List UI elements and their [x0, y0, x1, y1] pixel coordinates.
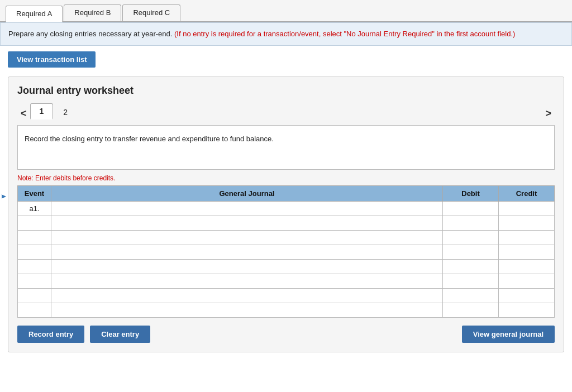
description-box: Record the closing entry to transfer rev…	[17, 125, 555, 170]
journal-input-0[interactable]	[51, 202, 442, 216]
table-row: ► ► ►	[18, 230, 555, 245]
next-tab-button[interactable]: >	[542, 108, 555, 119]
credit-input-0[interactable]	[499, 202, 554, 216]
journal-cell-6[interactable]: ►	[51, 288, 443, 303]
journal-input-1[interactable]	[51, 216, 442, 230]
credit-cell-3[interactable]: ►	[499, 245, 555, 259]
debit-input-5[interactable]	[443, 274, 498, 288]
journal-cell-0[interactable]: ►	[51, 201, 443, 216]
credit-input-6[interactable]	[499, 289, 554, 303]
table-row: ► ► ►	[18, 245, 555, 259]
debit-cell-2[interactable]: ►	[443, 230, 499, 245]
credit-cell-7[interactable]: ►	[499, 303, 555, 317]
inner-tab-1[interactable]: 1	[30, 103, 54, 119]
inner-tab-2[interactable]: 2	[54, 105, 77, 119]
event-cell-4	[18, 259, 51, 274]
journal-input-2[interactable]	[51, 231, 442, 245]
col-header-credit: Credit	[499, 185, 555, 201]
instruction-banner: Prepare any closing entries necessary at…	[0, 22, 572, 46]
credit-cell-0[interactable]: ►	[499, 201, 555, 216]
event-cell-0: a1.	[18, 201, 51, 216]
debit-cell-0[interactable]: ►	[443, 201, 499, 216]
table-row: a1. ► ► ►	[18, 201, 555, 216]
col-header-journal: General Journal	[51, 185, 443, 201]
journal-input-3[interactable]	[51, 245, 442, 259]
worksheet-title: Journal entry worksheet	[17, 85, 555, 97]
debit-input-3[interactable]	[443, 245, 498, 259]
inner-tabs-row: < 1 2 >	[17, 103, 555, 119]
col-header-debit: Debit	[443, 185, 499, 201]
bottom-buttons: Record entry Clear entry View general jo…	[17, 326, 555, 343]
record-entry-button[interactable]: Record entry	[17, 326, 84, 343]
instruction-main-text: Prepare any closing entries necessary at…	[8, 30, 174, 38]
instruction-red-text: (If no entry is required for a transacti…	[174, 30, 515, 38]
journal-input-5[interactable]	[51, 274, 442, 288]
view-transaction-button[interactable]: View transaction list	[8, 51, 96, 68]
main-tabs: Required A Required B Required C	[0, 0, 572, 22]
journal-cell-5[interactable]: ►	[51, 274, 443, 288]
table-row: ► ► ►	[18, 259, 555, 274]
event-cell-1	[18, 216, 51, 230]
description-text: Record the closing entry to transfer rev…	[25, 135, 274, 143]
journal-input-6[interactable]	[51, 289, 442, 303]
event-cell-5	[18, 274, 51, 288]
table-row: ► ► ►	[18, 274, 555, 288]
credit-cell-1[interactable]: ►	[499, 216, 555, 230]
note-text: Note: Enter debits before credits.	[17, 174, 555, 182]
debit-input-2[interactable]	[443, 231, 498, 245]
credit-cell-6[interactable]: ►	[499, 288, 555, 303]
debit-cell-1[interactable]: ►	[443, 216, 499, 230]
event-cell-7	[18, 303, 51, 317]
journal-cell-1[interactable]: ►	[51, 216, 443, 230]
col-header-event: Event	[18, 185, 51, 201]
credit-cell-4[interactable]: ►	[499, 259, 555, 274]
journal-cell-4[interactable]: ►	[51, 259, 443, 274]
journal-input-7[interactable]	[51, 303, 442, 317]
debit-input-7[interactable]	[443, 303, 498, 317]
tab-required-a[interactable]: Required A	[6, 6, 63, 22]
prev-tab-button[interactable]: <	[17, 108, 30, 119]
tab-required-b[interactable]: Required B	[64, 4, 121, 21]
credit-input-2[interactable]	[499, 231, 554, 245]
table-row: ► ► ►	[18, 216, 555, 230]
journal-cell-7[interactable]: ►	[51, 303, 443, 317]
journal-entry-worksheet: Journal entry worksheet < 1 2 > Record t…	[8, 77, 564, 352]
debit-cell-7[interactable]: ►	[443, 303, 499, 317]
credit-cell-5[interactable]: ►	[499, 274, 555, 288]
debit-input-1[interactable]	[443, 216, 498, 230]
journal-cell-2[interactable]: ►	[51, 230, 443, 245]
debit-cell-5[interactable]: ►	[443, 274, 499, 288]
debit-input-4[interactable]	[443, 260, 498, 274]
credit-arrow-7: ►	[1, 193, 7, 199]
tab-required-c[interactable]: Required C	[122, 4, 180, 21]
debit-input-0[interactable]	[443, 202, 498, 216]
debit-cell-6[interactable]: ►	[443, 288, 499, 303]
credit-input-3[interactable]	[499, 245, 554, 259]
table-row: ► ► ►	[18, 303, 555, 317]
debit-input-6[interactable]	[443, 289, 498, 303]
journal-input-4[interactable]	[51, 260, 442, 274]
view-general-journal-button[interactable]: View general journal	[462, 326, 555, 343]
journal-table: Event General Journal Debit Credit a1. ►…	[17, 185, 555, 318]
debit-cell-4[interactable]: ►	[443, 259, 499, 274]
table-row: ► ► ►	[18, 288, 555, 303]
event-cell-2	[18, 230, 51, 245]
credit-input-4[interactable]	[499, 260, 554, 274]
credit-input-1[interactable]	[499, 216, 554, 230]
debit-cell-3[interactable]: ►	[443, 245, 499, 259]
credit-input-5[interactable]	[499, 274, 554, 288]
credit-cell-2[interactable]: ►	[499, 230, 555, 245]
event-cell-6	[18, 288, 51, 303]
event-cell-3	[18, 245, 51, 259]
clear-entry-button[interactable]: Clear entry	[90, 326, 150, 343]
credit-input-7[interactable]	[499, 303, 554, 317]
journal-cell-3[interactable]: ►	[51, 245, 443, 259]
